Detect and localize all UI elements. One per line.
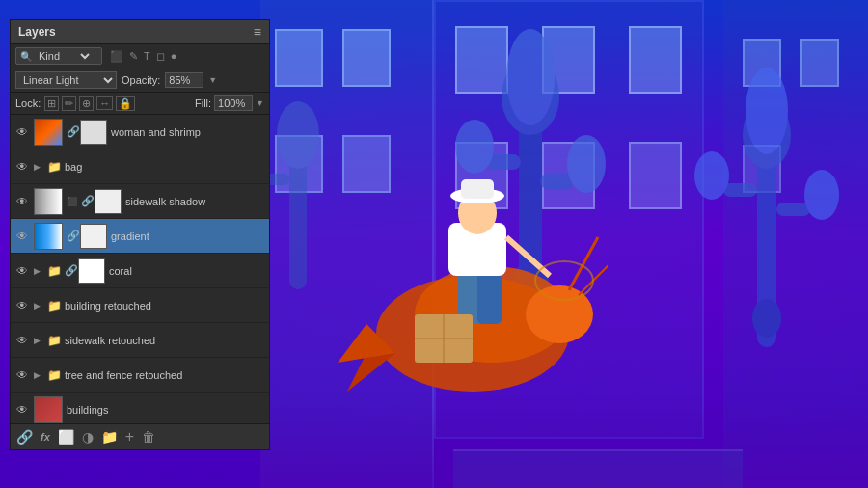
- layer-name-woman-shrimp: woman and shrimp: [111, 126, 265, 138]
- svg-point-10: [746, 68, 788, 154]
- svg-point-14: [804, 170, 839, 220]
- panel-menu-icon[interactable]: ≡: [254, 24, 261, 40]
- layer-name-sidewalk-shadow: sidewalk shadow: [125, 196, 265, 207]
- svg-point-15: [752, 299, 781, 338]
- layer-row-gradient[interactable]: 👁 🔗 gradient: [11, 219, 269, 254]
- adjustment-filter-icon[interactable]: ✎: [128, 49, 139, 64]
- thumb-woman-shrimp: [34, 119, 63, 146]
- thumb-sidewalk-shadow: [34, 188, 63, 215]
- window-7: [629, 26, 682, 94]
- visibility-icon-building-retouched[interactable]: 👁: [14, 299, 30, 312]
- visibility-icon-sidewalk-shadow[interactable]: 👁: [14, 195, 30, 208]
- layer-row-coral[interactable]: 👁 ▶ 📁 🔗 coral: [11, 254, 269, 288]
- visibility-icon-coral[interactable]: 👁: [14, 264, 30, 278]
- layer-name-building-retouched: building retouched: [65, 300, 265, 312]
- lock-transparent-icon[interactable]: ⊞: [44, 96, 59, 111]
- layer-row-sidewalk-shadow[interactable]: 👁 ⬛ 🔗 sidewalk shadow: [11, 184, 269, 219]
- fill-label: Fill:: [195, 97, 211, 109]
- thumb-buildings: [34, 396, 63, 423]
- visibility-icon-woman-shrimp[interactable]: 👁: [14, 125, 30, 139]
- window-2: [342, 29, 391, 87]
- layer-name-sidewalk-retouched: sidewalk retouched: [65, 335, 265, 346]
- svg-point-17: [277, 101, 319, 169]
- visibility-icon-tree-fence[interactable]: 👁: [14, 368, 30, 382]
- smart-object-icon-sidewalk: ⬛: [67, 197, 77, 206]
- lock-fill-toolbar: Lock: ⊞ ✏ ⊕ ↔ 🔒 Fill: ▼: [11, 93, 269, 115]
- layer-name-buildings: buildings: [67, 404, 265, 416]
- shrimp-cowboy-figure: [318, 141, 608, 430]
- blend-mode-select[interactable]: Linear Light Normal Multiply Screen Over…: [15, 71, 117, 89]
- mask-sidewalk-shadow: [95, 189, 122, 214]
- layers-list: 👁 🔗 woman and shrimp 👁 ▶ 📁 bag 👁 ⬛ 🔗 sid…: [11, 115, 269, 423]
- layer-row-woman-shrimp[interactable]: 👁 🔗 woman and shrimp: [11, 115, 269, 149]
- expand-icon-sidewalk-retouched[interactable]: ▶: [34, 336, 43, 345]
- fill-section: Fill: ▼: [195, 95, 264, 111]
- link-icon[interactable]: 🔗: [16, 429, 33, 445]
- fx-icon[interactable]: fx: [41, 431, 50, 443]
- lock-position-icon[interactable]: ⊕: [79, 96, 94, 111]
- canvas-content: [260, 0, 868, 488]
- filter-icons: ⬛ ✎ T ◻ ●: [109, 49, 177, 64]
- filter-search-box[interactable]: 🔍 Kind Name Effect Mode Attribute Color …: [15, 47, 102, 65]
- mask-woman-shrimp: [80, 120, 107, 145]
- filter-toolbar: 🔍 Kind Name Effect Mode Attribute Color …: [11, 44, 269, 68]
- lock-icons-group: ⊞ ✏ ⊕ ↔ 🔒: [44, 96, 135, 111]
- mask-coral: [78, 258, 105, 284]
- panel-footer: 🔗 fx ⬜ ◑ 📁 + 🗑: [11, 423, 269, 449]
- lock-all-icon[interactable]: 🔒: [116, 96, 135, 111]
- new-layer-icon[interactable]: +: [125, 428, 134, 446]
- filter-kind-select[interactable]: Kind Name Effect Mode Attribute Color Sm…: [35, 49, 93, 63]
- layer-row-building-retouched[interactable]: 👁 ▶ 📁 building retouched: [11, 288, 269, 323]
- svg-rect-11: [723, 183, 757, 197]
- lock-image-icon[interactable]: ✏: [62, 96, 76, 111]
- expand-icon-tree-fence[interactable]: ▶: [34, 370, 43, 380]
- lock-artboard-icon[interactable]: ↔: [96, 96, 113, 110]
- svg-point-3: [506, 29, 555, 125]
- steps: [453, 449, 743, 488]
- cactus-right: [685, 39, 858, 347]
- layer-name-tree-fence: tree and fence retouched: [65, 369, 265, 381]
- opacity-input[interactable]: [165, 72, 203, 88]
- visibility-icon-buildings[interactable]: 👁: [14, 403, 30, 417]
- lock-label: Lock:: [15, 97, 41, 109]
- chain-icon-gradient: 🔗: [67, 230, 76, 242]
- fill-arrow[interactable]: ▼: [256, 98, 264, 108]
- smart-filter-icon[interactable]: ●: [170, 49, 178, 64]
- expand-icon-bag[interactable]: ▶: [34, 162, 43, 172]
- visibility-icon-gradient[interactable]: 👁: [14, 230, 30, 243]
- shape-filter-icon[interactable]: ◻: [155, 49, 166, 64]
- opacity-label: Opacity:: [122, 74, 160, 86]
- type-filter-icon[interactable]: T: [143, 49, 151, 64]
- folder-icon-bag: 📁: [47, 160, 61, 174]
- panel-header: Layers ≡: [11, 20, 269, 44]
- expand-icon-coral[interactable]: ▶: [34, 266, 43, 276]
- layers-panel: Layers ≡ 🔍 Kind Name Effect Mode Attribu…: [10, 19, 270, 450]
- svg-rect-32: [461, 179, 494, 199]
- layer-row-sidewalk-retouched[interactable]: 👁 ▶ 📁 sidewalk retouched: [11, 323, 269, 358]
- panel-title: Layers: [18, 25, 56, 39]
- layer-row-bag[interactable]: 👁 ▶ 📁 bag: [11, 149, 269, 184]
- delete-layer-icon[interactable]: 🗑: [142, 429, 155, 445]
- layer-row-tree-fence-retouched[interactable]: 👁 ▶ 📁 tree and fence retouched: [11, 358, 269, 393]
- search-icon: 🔍: [20, 51, 32, 62]
- fill-input[interactable]: [214, 95, 253, 111]
- new-group-icon[interactable]: 📁: [101, 429, 118, 445]
- window-10: [629, 142, 682, 209]
- adjustment-icon[interactable]: ◑: [82, 429, 94, 445]
- opacity-arrow[interactable]: ▼: [208, 75, 217, 85]
- folder-icon-coral: 📁: [47, 264, 61, 278]
- layer-name-coral: coral: [109, 265, 265, 277]
- add-mask-icon[interactable]: ⬜: [58, 429, 74, 445]
- thumb-gradient: [34, 223, 63, 250]
- layer-name-bag: bag: [65, 161, 265, 173]
- pixel-filter-icon[interactable]: ⬛: [109, 49, 124, 64]
- folder-icon-tree-fence: 📁: [47, 368, 61, 382]
- visibility-icon-bag[interactable]: 👁: [14, 160, 30, 174]
- expand-icon-building-retouched[interactable]: ▶: [34, 301, 43, 311]
- folder-icon-sidewalk-retouched: 📁: [47, 334, 61, 347]
- chain-icon-coral: 🔗: [65, 264, 74, 277]
- visibility-icon-sidewalk-retouched[interactable]: 👁: [14, 334, 30, 347]
- folder-icon-building-retouched: 📁: [47, 299, 61, 312]
- layer-row-buildings[interactable]: 👁 buildings: [11, 393, 269, 423]
- svg-point-12: [694, 151, 729, 200]
